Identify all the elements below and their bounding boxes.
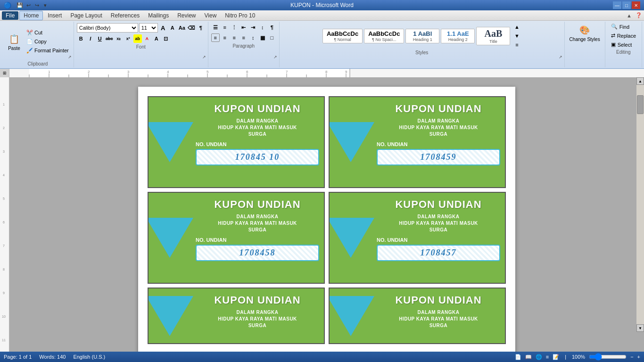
coupon-1-left <box>149 97 191 187</box>
font-size-select[interactable]: 11 <box>139 23 158 33</box>
styles-expander[interactable]: ↗ <box>558 54 563 60</box>
clipboard-expander[interactable]: ↗ <box>67 54 73 60</box>
close-button[interactable]: ✕ <box>632 1 640 9</box>
align-center-button[interactable]: ≡ <box>221 33 229 42</box>
style-normal[interactable]: AaBbCcDc ¶ Normal <box>322 29 363 43</box>
cut-button[interactable]: ✂️ Cut <box>25 29 71 37</box>
line-spacing-button[interactable]: ↕ <box>249 33 257 42</box>
find-button[interactable]: 🔍 Find <box>608 23 639 31</box>
replace-button[interactable]: ⇄ Replace <box>608 32 639 40</box>
font-color-button[interactable]: A <box>143 34 151 43</box>
clear-format-button[interactable]: ⌫ <box>187 24 196 32</box>
style-title[interactable]: AaB Title <box>476 27 510 45</box>
view-outline-icon[interactable]: ≡ <box>546 354 549 360</box>
scroll-up-arrow[interactable]: ▲ <box>636 77 644 85</box>
tab-page-layout[interactable]: Page Layout <box>66 11 106 20</box>
superscript-button[interactable]: x² <box>124 34 132 43</box>
styles-more-button[interactable]: ≡ <box>512 41 521 49</box>
view-web-icon[interactable]: 🌐 <box>536 354 542 360</box>
font-controls: Calibri (Body) 11 A A Aa ⌫ ¶ B I U abc <box>77 23 205 43</box>
increase-indent-button[interactable]: ⇥ <box>249 23 257 32</box>
minimize-button[interactable]: — <box>613 1 621 9</box>
change-styles-button[interactable]: 🎨 Change Styles <box>568 23 602 43</box>
clipboard-secondary: ✂️ Cut 📄 Copy 🖌️ Format Painter <box>25 29 71 55</box>
select-button[interactable]: ▣ Select <box>608 41 639 49</box>
strikethrough-button[interactable]: abc <box>105 34 114 43</box>
qat-dropdown[interactable]: ▾ <box>41 1 49 9</box>
tab-review[interactable]: Review <box>173 11 199 20</box>
left-ruler-area: 1 2 3 4 5 6 7 8 9 10 11 <box>0 77 9 352</box>
font-expander[interactable]: ↗ <box>201 54 207 60</box>
change-styles-label: Change Styles <box>570 37 600 42</box>
ruler-area: ⊞ 1 2 3 4 5 6 7 8 9 <box>0 69 644 77</box>
text-highlight-button[interactable]: ab <box>133 34 142 43</box>
view-reading-icon[interactable]: 📖 <box>525 354 532 360</box>
view-normal-icon[interactable]: 📄 <box>515 354 521 360</box>
italic-button[interactable]: I <box>86 34 95 43</box>
format-painter-icon: 🖌️ <box>26 48 33 54</box>
styles-up-button[interactable]: ▲ <box>512 23 521 31</box>
style-heading2[interactable]: 1.1 AaE Heading 2 <box>441 29 475 43</box>
justify-button[interactable]: ≡ <box>239 33 248 42</box>
borders-button[interactable]: □ <box>268 33 276 42</box>
zoom-in-button[interactable]: + <box>637 354 640 360</box>
clipboard-group: 📋 Paste ✂️ Cut 📄 Copy 🖌️ Format Painter <box>2 22 74 67</box>
tab-home[interactable]: Home <box>19 11 43 20</box>
vertical-scrollbar[interactable]: ▲ ▼ <box>636 77 644 332</box>
shrink-font-button[interactable]: A <box>168 24 177 32</box>
tab-file[interactable]: File <box>2 11 18 20</box>
align-left-button[interactable]: ≡ <box>211 33 220 42</box>
tab-nitro[interactable]: Nitro Pro 10 <box>221 11 259 20</box>
paste-button[interactable]: 📋 Paste <box>5 32 24 52</box>
text-effects-button[interactable]: A <box>152 34 161 43</box>
ribbon-collapse[interactable]: ▲ <box>627 13 632 18</box>
view-draft-icon[interactable]: 📝 <box>553 354 559 360</box>
help-button[interactable]: ❓ <box>636 12 642 18</box>
underline-button[interactable]: U <box>96 34 104 43</box>
zoom-slider[interactable] <box>589 354 627 360</box>
sort-button[interactable]: ↕ <box>258 23 267 32</box>
paragraph-expander[interactable]: ↗ <box>272 54 278 60</box>
format-painter-button[interactable]: 🖌️ Format Painter <box>25 47 71 55</box>
zoom-out-button[interactable]: − <box>630 354 633 360</box>
doc-scroll-area[interactable]: KUPON UNDIAN DALAM RANGKA HIDUP KAYA RAY… <box>9 77 644 352</box>
redo-qat-button[interactable]: ↪ <box>33 1 41 9</box>
grow-font-button[interactable]: A <box>159 24 167 32</box>
shading-button[interactable]: ▦ <box>258 33 267 42</box>
show-formatting-button[interactable]: ¶ <box>197 24 205 32</box>
character-shading-button[interactable]: ⊡ <box>162 34 170 43</box>
tab-mailings[interactable]: Mailings <box>144 11 173 20</box>
show-hide-button[interactable]: ¶ <box>268 23 276 32</box>
tab-insert[interactable]: Insert <box>44 11 66 20</box>
undo-qat-button[interactable]: ↩ <box>25 1 32 9</box>
style-no-spacing[interactable]: AaBbCcDc ¶ No Spaci... <box>364 29 404 43</box>
save-qat-button[interactable]: 💾 <box>16 1 24 9</box>
style-title-label: Title <box>480 39 506 44</box>
copy-button[interactable]: 📄 Copy <box>25 38 71 46</box>
tab-view[interactable]: View <box>201 11 221 20</box>
page-status: Page: 1 of 1 <box>4 354 32 360</box>
subscript-button[interactable]: x₂ <box>115 34 123 43</box>
change-case-button[interactable]: Aa <box>178 24 186 32</box>
font-name-select[interactable]: Calibri (Body) <box>77 23 138 33</box>
scroll-down-arrow[interactable]: ▼ <box>636 324 644 332</box>
bold-button[interactable]: B <box>77 34 85 43</box>
maximize-button[interactable]: □ <box>622 1 631 9</box>
style-normal-preview: AaBbCcDc <box>327 30 358 37</box>
align-right-button[interactable]: ≡ <box>230 33 239 42</box>
svg-text:1: 1 <box>3 103 5 106</box>
tab-references[interactable]: References <box>107 11 143 20</box>
coupon-3-left <box>149 193 191 283</box>
svg-text:7: 7 <box>286 70 288 74</box>
style-heading1[interactable]: 1 AaBl Heading 1 <box>405 29 439 43</box>
decrease-indent-button[interactable]: ⇤ <box>239 23 248 32</box>
coupon-4-left <box>330 193 372 283</box>
style-heading1-label: Heading 1 <box>410 37 435 42</box>
bullets-button[interactable]: ☰ <box>211 23 220 32</box>
scroll-thumb[interactable] <box>637 95 644 114</box>
numbering-button[interactable]: ≡ <box>221 23 229 32</box>
svg-rect-1 <box>29 69 350 77</box>
ribbon-content: 📋 Paste ✂️ Cut 📄 Copy 🖌️ Format Painter <box>0 21 644 68</box>
multilevel-list-button[interactable]: ⋮ <box>230 23 239 32</box>
styles-down-button[interactable]: ▼ <box>512 32 521 40</box>
